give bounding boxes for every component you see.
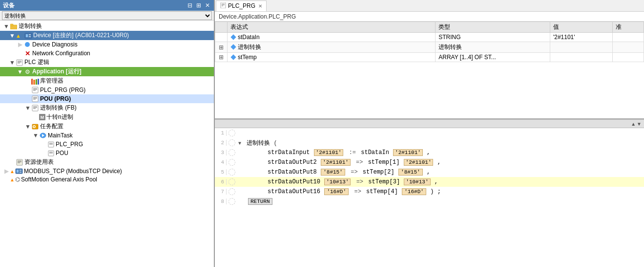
tree-item-softmotion[interactable]: ▲ ⌬ SoftMotion General Axis Pool (0, 176, 214, 183)
expand-device[interactable]: ▼ (9, 32, 16, 39)
svg-rect-14 (32, 96, 38, 102)
tab-doc-icon (220, 2, 226, 10)
expand-task[interactable]: ▼ (24, 123, 31, 130)
expand-diag[interactable]: ▶ (17, 41, 23, 48)
code-line-1: 1 (215, 128, 644, 138)
svg-rect-41 (221, 2, 226, 8)
collapse-icon-2[interactable]: ▼ (238, 141, 241, 146)
code-content-5: strDataOutPut8 '8#15' => stTemp[2] '8#15… (236, 169, 644, 176)
sep-arrow-up[interactable]: ▲ (631, 121, 636, 127)
tree-item-device[interactable]: ▼ ▲ Device [连接的] (AC801-0221-U0R0) (0, 31, 214, 40)
line-num-4: 4 (215, 159, 227, 165)
diamond-icon-2 (230, 44, 236, 49)
bp-2[interactable] (229, 139, 235, 146)
folder-icon (10, 22, 18, 30)
panel-pin-btn[interactable]: ⊟ (187, 2, 193, 9)
param-name-3: strDataInput (268, 149, 310, 156)
sep-arrow-down[interactable]: ▼ (637, 121, 642, 127)
expand-cell-2[interactable]: ⊞ (215, 42, 228, 53)
softmotion-warning-icon: ▲ (10, 177, 15, 182)
svg-rect-33 (17, 159, 22, 165)
bp-8[interactable] (229, 198, 235, 205)
param-name-4: strDataOutPut2 (268, 159, 317, 166)
code-content-8: RETURN (236, 198, 644, 205)
code-content-3: strDataInput '2#1101' := stDataIn '2#110… (236, 149, 644, 156)
tree-label-softmotion: SoftMotion General Axis Pool (21, 176, 97, 183)
expand-app[interactable]: ▼ (17, 68, 23, 75)
var-table: 表达式 类型 值 准 stDataIn STRING '2#1 (215, 22, 644, 62)
tree-item-root[interactable]: ▼ 逆制转换 (0, 22, 214, 31)
svg-rect-18 (32, 105, 38, 111)
tree-item-netconf[interactable]: ✕ Network Configuration (0, 49, 214, 58)
line-num-8: 8 (215, 199, 227, 204)
tree-item-jzzh[interactable]: ▼ 进制转换 (FB) (0, 103, 214, 112)
bp-3[interactable] (229, 149, 235, 156)
bp-5[interactable] (229, 169, 235, 176)
code-content-7: strDataOutPut16 '16#D' => stTemp[4] '16#… (236, 188, 644, 195)
tree-container: ▼ 逆制转换 ▼ ▲ Device [连接的] (AC801-0221-U0R0… (0, 21, 214, 267)
code-line-5: 5 strDataOutPut8 '8#15' => stTemp[2] '8#… (215, 167, 644, 177)
bp-4[interactable] (229, 159, 235, 166)
tree-item-plcprg[interactable]: PLC_PRG (PRG) (0, 86, 214, 94)
expand-root[interactable]: ▼ (3, 23, 10, 30)
tree-label-tenz: 十转n进制 (46, 113, 73, 121)
line-num-5: 5 (215, 169, 227, 175)
tree-label-root: 逆制转换 (19, 22, 42, 30)
code-line-2: 2 ▼ 进制转换 ( (215, 138, 644, 148)
svg-rect-1 (10, 24, 13, 26)
tree-dropdown[interactable]: 逆制转换 (2, 11, 212, 20)
var-row-stDataIn: stDataIn STRING '2#1101' (215, 33, 644, 42)
comma-6: , (435, 178, 438, 185)
type-cell-3: ARRAY [1..4] OF ST... (436, 53, 550, 62)
panel-close-btn[interactable]: ✕ (204, 2, 211, 9)
expr-text-1: stDataIn (238, 34, 260, 41)
tree-item-ziyuan[interactable]: 资源使用表 (0, 157, 214, 167)
tab-plcprg[interactable]: PLC_PRG ✕ (216, 0, 267, 11)
tree-item-plcprg2[interactable]: PLC_PRG (0, 140, 214, 149)
breadcrumb: Device.Application.PLC_PRG (215, 12, 644, 22)
val-box-3: '2#1101' (314, 149, 344, 156)
bp-7[interactable] (229, 188, 235, 195)
expand-modbus[interactable]: ▶ (3, 168, 10, 175)
line-num-3: 3 (215, 150, 227, 156)
tree-item-lib[interactable]: 库管理器 (0, 76, 214, 86)
bp-6[interactable] (229, 178, 235, 185)
line-num-7: 7 (215, 189, 227, 195)
tab-label: PLC_PRG (228, 2, 255, 9)
panel-dock-btn[interactable]: ⊞ (195, 2, 202, 9)
tree-item-maintask[interactable]: ▼ MainTask (0, 131, 214, 140)
code-content-6: strDataOutPut10 '10#13' => stTemp[3] '10… (236, 178, 644, 185)
return-kw: RETURN (248, 198, 272, 205)
line-num-2: 2 (215, 140, 227, 146)
tree-item-pou[interactable]: POU (PRG) (0, 94, 214, 103)
tree-item-app[interactable]: ▼ ⚙ Application [运行] (0, 67, 214, 76)
expand-jzzh[interactable]: ▼ (24, 105, 31, 111)
call-name-2: 进制转换 ( (247, 140, 277, 147)
var-row-jzzh: ⊞ 进制转换 进制转换 (215, 42, 644, 53)
tree-label-maintask: MainTask (48, 132, 73, 139)
prog-icon-plcprg (31, 86, 39, 94)
expand-cell-3[interactable]: ⊞ (215, 53, 228, 62)
col-status: 准 (612, 22, 644, 33)
svg-rect-6 (17, 60, 22, 66)
val-box-6: '10#13' (324, 178, 351, 185)
tree-label-diag: Device Diagnosis (32, 41, 78, 48)
code-line-8: 8 RETURN (215, 197, 644, 206)
tree-item-pou2[interactable]: POU (0, 149, 214, 157)
tab-bar: PLC_PRG ✕ (215, 0, 644, 12)
tree-item-plclogic[interactable]: ▼ PLC 逻辑 (0, 58, 214, 67)
tree-item-modbus[interactable]: ▶ ▲ MODBUS_TCP (ModbusTCP Device) (0, 167, 214, 176)
tree-label-plcprg2: PLC_PRG (56, 141, 83, 148)
method-icon: M (39, 114, 45, 120)
code-content-2: ▼ 进制转换 ( (236, 139, 644, 147)
tab-close-btn[interactable]: ✕ (258, 3, 262, 9)
tree-item-diag[interactable]: ▶ Device Diagnosis (0, 40, 214, 49)
val-box-7: '16#D' (324, 188, 349, 195)
right-panel: PLC_PRG ✕ Device.Application.PLC_PRG 表达式… (215, 0, 644, 267)
tree-item-tenz[interactable]: M 十转n进制 (0, 112, 214, 122)
expand-plclogic[interactable]: ▼ (9, 59, 16, 66)
diamond-icon-1 (230, 34, 236, 40)
expand-maintask[interactable]: ▼ (32, 132, 39, 139)
bp-1[interactable] (229, 130, 235, 136)
tree-item-task[interactable]: ▼ 任务配置 (0, 122, 214, 131)
